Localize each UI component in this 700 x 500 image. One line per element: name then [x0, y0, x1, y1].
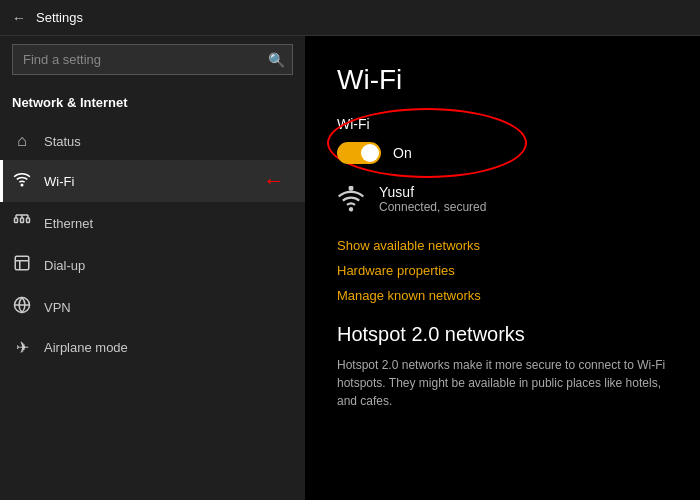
manage-networks-link[interactable]: Manage known networks — [337, 288, 481, 303]
title-bar: ← Settings — [0, 0, 700, 36]
sidebar-item-status[interactable]: ⌂ Status — [0, 122, 305, 160]
network-details: Yusuf Connected, secured — [379, 184, 486, 214]
sidebar-item-label: Wi-Fi — [44, 174, 74, 189]
wifi-toggle-section: Wi-Fi On — [337, 116, 668, 164]
sidebar-section-title: Network & Internet — [0, 91, 305, 122]
svg-rect-2 — [21, 218, 24, 223]
sidebar-item-wifi[interactable]: Wi-Fi ← — [0, 160, 305, 202]
search-input[interactable] — [12, 44, 293, 75]
search-icon-button[interactable]: 🔍 — [268, 52, 285, 68]
sidebar-item-label: Ethernet — [44, 216, 93, 231]
sidebar-item-vpn[interactable]: VPN — [0, 286, 305, 328]
network-info: Yusuf Connected, secured — [337, 184, 668, 220]
sidebar-item-dialup[interactable]: Dial-up — [0, 244, 305, 286]
sidebar-item-label: VPN — [44, 300, 71, 315]
sidebar-item-label: Airplane mode — [44, 340, 128, 355]
hardware-properties-link[interactable]: Hardware properties — [337, 263, 455, 278]
network-status: Connected, secured — [379, 200, 486, 214]
svg-point-13 — [350, 208, 352, 210]
svg-rect-1 — [15, 218, 18, 223]
show-networks-link[interactable]: Show available networks — [337, 238, 480, 253]
window-title: Settings — [36, 10, 83, 25]
ethernet-icon — [12, 212, 32, 234]
svg-rect-14 — [349, 186, 354, 191]
content-area: Wi-Fi Wi-Fi On Yusuf — [305, 36, 700, 500]
sidebar-item-airplane[interactable]: ✈ Airplane mode — [0, 328, 305, 367]
search-box: 🔍 — [12, 44, 293, 75]
hotspot-description: Hotspot 2.0 networks make it more secure… — [337, 356, 668, 410]
toggle-row: On — [337, 142, 668, 164]
hotspot-section-heading: Hotspot 2.0 networks — [337, 323, 668, 346]
vpn-icon — [12, 296, 32, 318]
sidebar-item-ethernet[interactable]: Ethernet — [0, 202, 305, 244]
toggle-state-label: On — [393, 145, 412, 161]
network-connected-icon — [337, 186, 365, 220]
dialup-icon — [12, 254, 32, 276]
back-button[interactable]: ← — [12, 10, 26, 26]
network-name: Yusuf — [379, 184, 486, 200]
wifi-icon — [12, 170, 32, 192]
status-icon: ⌂ — [12, 132, 32, 150]
arrow-annotation: ← — [263, 168, 285, 194]
airplane-icon: ✈ — [12, 338, 32, 357]
svg-rect-3 — [27, 218, 30, 223]
wifi-toggle-switch[interactable] — [337, 142, 381, 164]
main-layout: 🔍 Network & Internet ⌂ Status Wi-Fi ← — [0, 36, 700, 500]
sidebar-item-label: Status — [44, 134, 81, 149]
page-title: Wi-Fi — [337, 64, 668, 96]
sidebar: 🔍 Network & Internet ⌂ Status Wi-Fi ← — [0, 36, 305, 500]
search-icon: 🔍 — [268, 52, 285, 68]
svg-rect-8 — [15, 256, 29, 270]
svg-point-0 — [21, 184, 23, 186]
wifi-toggle-label: Wi-Fi — [337, 116, 668, 132]
sidebar-item-label: Dial-up — [44, 258, 85, 273]
